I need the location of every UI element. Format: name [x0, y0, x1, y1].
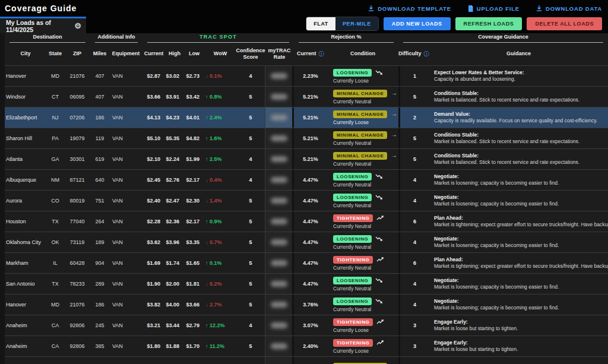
app-title: Coverage Guide	[5, 4, 77, 13]
cell-guidance: Expect Lower Rates & Better Service:Capa…	[429, 69, 608, 83]
cell-city: Elizabethport	[5, 115, 46, 121]
cell-rejection-current: 3.07%	[294, 322, 327, 328]
cell-equipment: VAN	[109, 115, 142, 121]
cell-mytrac-rate	[265, 107, 294, 128]
col-zip[interactable]: ZIP	[64, 50, 90, 57]
cell-difficulty	[398, 357, 429, 364]
col-spot-low[interactable]: Low	[184, 50, 204, 57]
table-row[interactable]: AtlantaGA30301619VAN$2.10$2.24$1.99↑ 2.5…	[5, 148, 608, 169]
guidance-text: Market is loose but starting to tighten.	[434, 325, 608, 332]
upload-file-link[interactable]: UPLOAD FILE	[468, 5, 520, 12]
col-difficulty[interactable]: Difficulty ⓘ	[398, 50, 429, 58]
cell-miles: 640	[90, 177, 109, 183]
cell-state: GA	[46, 156, 64, 162]
delete-all-loads-button[interactable]: DELETE ALL LOADS	[527, 17, 602, 30]
cell-city: Hanover	[5, 302, 46, 308]
cell-difficulty: 5	[398, 87, 429, 107]
gear-icon[interactable]: ⚙	[74, 22, 81, 30]
wow-arrow-icon: ↓	[205, 239, 210, 245]
cell-rejection-current: 4.47%	[294, 260, 327, 266]
refresh-loads-button[interactable]: REFRESH LOADS	[455, 17, 522, 30]
cell-confidence-score: 5	[236, 115, 265, 121]
cell-spot-high: $2.76	[165, 177, 184, 183]
table-row[interactable]: Oklahoma CityOK73119189VAN$3.62$3.96$3.3…	[5, 232, 608, 252]
guidance-title: Plan Ahead:	[434, 215, 608, 221]
download-data-link[interactable]: DOWNLOAD DATA	[536, 5, 602, 12]
info-icon[interactable]: ⓘ	[424, 50, 430, 58]
guidance-title: Engage Early:	[434, 319, 608, 325]
cell-spot-current: $1.90	[142, 281, 165, 287]
info-icon[interactable]: ⓘ	[319, 50, 325, 58]
guidance-title: Conditions Stable:	[434, 153, 608, 159]
cell-spot-low: $2.17	[184, 219, 204, 224]
cell-spot-low: $2.30	[184, 198, 204, 204]
table-row[interactable]: HoustonTX77040264VAN$2.28$2.36$2.17↑ 0.9…	[5, 211, 608, 232]
add-new-loads-button[interactable]: ADD NEW LOADS	[384, 17, 451, 30]
col-miles[interactable]: Miles	[90, 50, 109, 57]
cell-spot-current: $2.28	[142, 219, 165, 224]
col-state[interactable]: State	[46, 50, 64, 57]
trend-up-icon	[376, 257, 384, 262]
download-template-link[interactable]: DOWNLOAD TEMPLATE	[368, 5, 451, 12]
cell-confidence-score: 5	[236, 302, 265, 308]
cell-equipment: VAN	[109, 281, 142, 287]
cell-zip: 07206	[64, 115, 90, 121]
condition-status: Currently Neutral	[333, 182, 398, 188]
condition-status: Currently Loose	[333, 348, 398, 354]
table-row[interactable]: AlbuquerqueNM87121640VAN$2.45$2.76$2.17↓…	[5, 169, 608, 190]
top-bar: Coverage Guide DOWNLOAD TEMPLATE UPLOAD …	[0, 0, 608, 17]
cell-spot-high: $2.00	[165, 281, 184, 287]
col-condition[interactable]: Condition	[327, 50, 398, 57]
download-icon	[536, 5, 542, 11]
col-equipment[interactable]: Equipment	[109, 50, 142, 57]
cell-spot-high: $4.00	[165, 302, 184, 308]
cell-mytrac-rate	[265, 170, 294, 190]
col-city[interactable]: City	[5, 50, 46, 57]
cell-zip: 73119	[64, 239, 90, 245]
table-row[interactable]: HanoverMD21076186VAN$3.82$4.00$3.66↓ 2.7…	[5, 294, 608, 315]
per-mile-toggle-button[interactable]: PER-MILE	[335, 17, 378, 30]
table-row[interactable]: Sharon HillPA19079119VAN$5.10$5.35$4.82↑…	[5, 128, 608, 148]
trend-flat-icon: →	[391, 90, 397, 96]
wow-arrow-icon: ↓	[205, 281, 210, 287]
col-guidance[interactable]: Guidance	[429, 50, 608, 57]
tab-my-loads[interactable]: My Loads as of 11/4/2025 ⚙	[0, 17, 86, 33]
cell-confidence-score: 4	[236, 73, 265, 79]
table-row[interactable]: AuroraCO80019751VAN$2.40$2.47$2.30↓ 1.4%…	[5, 190, 608, 211]
condition-badge: LOOSENING	[333, 235, 372, 243]
table-row[interactable]: AnaheimCA92806245VAN$3.21$3.44$2.79↑ 12.…	[5, 315, 608, 335]
col-spot-current[interactable]: Current	[142, 50, 165, 57]
col-mytrac-rate[interactable]: myTRAC Rate	[265, 48, 294, 61]
cell-miles: 407	[90, 73, 109, 79]
cell-spot-current: $3.62	[142, 239, 165, 245]
col-spot-high[interactable]: High	[165, 50, 184, 57]
cell-rejection-current: 5.21%	[294, 135, 327, 141]
cell-wow: ↑ 2.5%	[204, 156, 236, 162]
table-row[interactable]: AnaheimCA92806385VAN$1.80$1.88$1.70↑ 11.…	[5, 335, 608, 356]
wow-arrow-icon: ↑	[205, 219, 210, 224]
table-row[interactable]: WindsorCT06095407VAN$3.66$3.91$3.42↑ 0.8…	[5, 86, 608, 107]
cell-mytrac-rate	[265, 191, 294, 211]
trend-flat-icon: →	[391, 153, 397, 159]
cell-difficulty: 3	[398, 336, 429, 356]
condition-badge: LOOSENING	[333, 194, 372, 201]
cell-spot-current: $3.21	[142, 322, 165, 328]
cell-equipment: VAN	[109, 177, 142, 183]
flat-toggle-button[interactable]: FLAT	[306, 17, 335, 30]
blurred-rate	[271, 177, 287, 183]
cell-mytrac-rate	[265, 336, 294, 356]
col-wow[interactable]: WoW	[204, 50, 236, 57]
cell-wow: ↑ 0.1%	[204, 260, 236, 266]
table-row[interactable]: MarkhamIL60428904VAN$1.69$1.74$1.65↑ 0.1…	[5, 252, 608, 273]
table-row[interactable]: HanoverMD21076407VAN$2.87$3.02$2.73↓ 0.1…	[5, 65, 608, 86]
table-row[interactable]: ElizabethportNJ07206186VAN$4.13$4.23$4.0…	[5, 107, 608, 128]
cell-spot-low: $3.42	[184, 94, 204, 100]
table-row[interactable]: San AntonioTX78233289VAN$1.90$2.00$1.81↓…	[5, 273, 608, 294]
col-confidence-score[interactable]: Confidence Score	[236, 48, 265, 61]
cell-city: Sharon Hill	[5, 135, 46, 141]
cell-wow: ↓ 0.4%	[204, 177, 236, 183]
col-rejection-current[interactable]: Current ⓘ	[294, 50, 327, 58]
cell-rejection-current: 4.47%	[294, 281, 327, 287]
table-row[interactable]: MINIMAL CHANGE→Demand Value:	[5, 356, 608, 364]
group-coverage-guidance: Coverage Guidance	[403, 34, 603, 43]
